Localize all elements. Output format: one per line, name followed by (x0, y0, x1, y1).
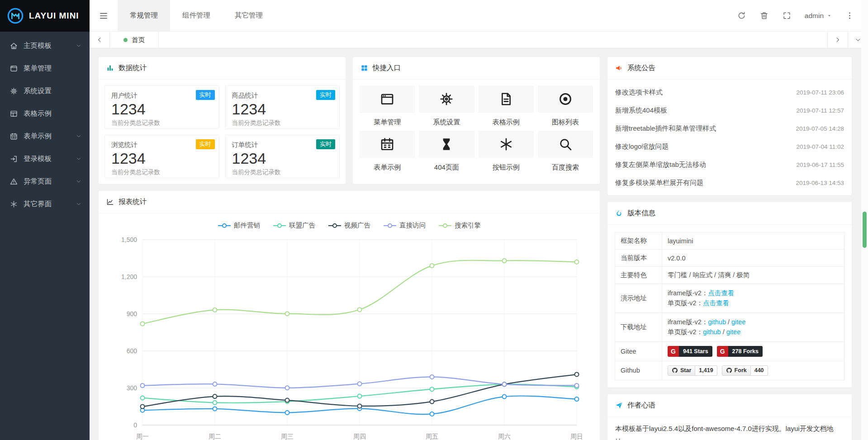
brand-logo[interactable]: LAYUI MINI (0, 0, 90, 32)
quick-entry-page-404[interactable]: 404页面 (419, 131, 474, 172)
more-menu-icon[interactable] (838, 0, 861, 31)
tab-home[interactable]: 首页 (110, 32, 159, 48)
tabs-scroll-left-icon[interactable] (90, 32, 110, 48)
version-card: 版本信息 框架名称layuimini当前版本v2.0.0主要特色零门槛 / 响应… (607, 202, 852, 388)
quick-entry-label: 表单示例 (360, 163, 415, 172)
scrollbar-thumb[interactable] (863, 212, 867, 248)
legend-item-video-ads[interactable]: 视频广告 (328, 221, 370, 230)
sidebar-item-system-setting[interactable]: 系统设置 (0, 80, 90, 102)
clear-cache-icon[interactable] (753, 0, 776, 31)
sidebar-item-table-demo[interactable]: 表格示例 (0, 102, 90, 125)
legend-item-email-marketing[interactable]: 邮件营销 (218, 221, 260, 230)
github-badge[interactable]: Star1,419 (668, 365, 717, 376)
version-link-line: 单页版-v2：点击查看 (668, 298, 839, 308)
gitee-badge[interactable]: G278 Forks (717, 346, 763, 357)
notice-item: 新增系统404模板2019-07-11 12:57 (615, 101, 844, 119)
collapse-sidebar-icon[interactable] (90, 0, 118, 31)
user-menu[interactable]: admin (798, 0, 838, 31)
github-badge[interactable]: Fork440 (722, 365, 768, 376)
chevron-down-icon (76, 156, 81, 161)
sidebar-item-error-pages[interactable]: 异常页面 (0, 170, 90, 193)
github-icon (726, 367, 732, 374)
quick-entry-baidu-search[interactable]: 百度搜索 (538, 131, 593, 172)
sidebar-item-label: 其它界面 (24, 199, 76, 209)
quick-entry-label: 系统设置 (419, 118, 474, 127)
topbar-tab-component-manage[interactable]: 组件管理 (170, 0, 223, 31)
quick-entry-label: 404页面 (419, 163, 474, 172)
sidebar-item-other-ui[interactable]: 其它界面 (0, 193, 90, 215)
quick-entry-button-demo[interactable]: 按钮示例 (479, 131, 534, 172)
report-card-header: 报表统计 (99, 191, 600, 213)
version-label: Github (615, 361, 662, 380)
author-message: 本模板基于layui2.5.4以及font-awesome-4.7.0进行实现。… (607, 417, 852, 440)
quick-entry-table-demo[interactable]: 表格示例 (479, 85, 534, 127)
top-cards-row: 数据统计 用户统计1234当前分类总记录数实时商品统计1234当前分类总记录数实… (99, 57, 600, 184)
github-icon (672, 367, 678, 374)
legend-label: 视频广告 (344, 221, 370, 230)
tabs-scroll-right-icon[interactable] (827, 32, 848, 48)
sidebar: LAYUI MINI 主页模板菜单管理系统设置表格示例表单示例登录模板异常页面其… (0, 0, 90, 440)
page-scrollbar[interactable] (861, 0, 868, 440)
topbar-tab-general-manage[interactable]: 常规管理 (118, 0, 170, 31)
quick-entry-icon-list[interactable]: 图标列表 (538, 85, 593, 127)
gitee-badge-label: 941 Stars (679, 346, 712, 357)
paper-plane-icon (615, 402, 623, 409)
sidebar-item-form-demo[interactable]: 表单示例 (0, 125, 90, 147)
sidebar-item-home-template[interactable]: 主页模板 (0, 34, 90, 57)
quick-entry-system-setting[interactable]: 系统设置 (419, 85, 474, 127)
search-icon (538, 131, 593, 158)
link-github[interactable]: github (708, 318, 726, 326)
link-gitee[interactable]: gitee (726, 328, 740, 336)
quick-entry-form-demo[interactable]: 表单示例 (360, 131, 415, 172)
legend-item-direct-visit[interactable]: 直接访问 (383, 221, 426, 230)
chevron-down-icon (76, 133, 81, 139)
sidebar-item-login-template[interactable]: 登录模板 (0, 147, 90, 170)
legend-marker-icon (383, 223, 397, 228)
version-value-cell: layuimini (662, 232, 844, 250)
error-page-icon (10, 178, 18, 185)
link-点击查看[interactable]: 点击查看 (703, 299, 729, 307)
notice-text: 修复多模块菜单栏展开有问题 (615, 179, 703, 187)
legend-label: 直接访问 (399, 221, 426, 230)
version-label: 框架名称 (615, 232, 662, 250)
realtime-badge: 实时 (316, 139, 335, 149)
refresh-icon[interactable] (730, 0, 753, 31)
version-card-header: 版本信息 (607, 202, 852, 225)
author-card-header: 作者心语 (607, 394, 852, 417)
card-title: 版本信息 (627, 208, 655, 218)
link-点击查看[interactable]: 点击查看 (708, 289, 734, 297)
quick-entry-label: 图标列表 (538, 118, 593, 127)
svg-text:0: 0 (133, 421, 137, 429)
github-badge-count: 1,419 (695, 365, 717, 376)
notice-date: 2019-07-05 14:28 (796, 125, 844, 132)
sidebar-item-menu-manage[interactable]: 菜单管理 (0, 57, 90, 80)
chevron-down-icon (76, 179, 81, 184)
chevron-down-icon (76, 201, 81, 207)
version-value-cell: G941 StarsG278 Forks (662, 341, 844, 361)
notice-date: 2019-06-17 11:55 (796, 161, 844, 168)
version-value-cell: 零门槛 / 响应式 / 清爽 / 极简 (662, 267, 844, 284)
fullscreen-icon[interactable] (776, 0, 798, 31)
stat-box-users: 用户统计1234当前分类总记录数实时 (104, 85, 219, 129)
quick-entry-card: 快捷入口 菜单管理系统设置表格示例图标列表表单示例404页面按钮示例百度搜索 (353, 57, 600, 184)
author-card: 作者心语 本模板基于layui2.5.4以及font-awesome-4.7.0… (607, 394, 852, 440)
stat-box-orders: 订单统计1234当前分类总记录数实时 (225, 135, 340, 178)
version-value: v2.0.0 (668, 255, 686, 262)
link-gitee[interactable]: gitee (731, 318, 745, 326)
asterisk-icon (479, 131, 534, 158)
chevron-down-icon (76, 43, 81, 48)
version-row: 当前版本v2.0.0 (615, 250, 844, 267)
quick-entry-menu-manage[interactable]: 菜单管理 (360, 85, 415, 127)
version-link-line: 单页版-v2：github / gitee (668, 327, 839, 337)
brand-logo-icon (7, 7, 24, 24)
link-github[interactable]: github (703, 328, 721, 336)
notice-date: 2019-07-11 23:06 (796, 89, 844, 96)
quick-grid: 菜单管理系统设置表格示例图标列表表单示例404页面按钮示例百度搜索 (353, 80, 600, 179)
notice-text: 新增treetable插件和菜单管理样式 (615, 124, 716, 133)
fire-icon (615, 209, 623, 217)
legend-item-search-engine[interactable]: 搜索引擎 (438, 221, 481, 230)
legend-item-union-ads[interactable]: 联盟广告 (273, 221, 315, 230)
gitee-badge[interactable]: G941 Stars (668, 346, 712, 357)
topbar-tab-other-manage[interactable]: 其它管理 (223, 0, 275, 31)
sidebar-item-label: 异常页面 (24, 177, 76, 186)
